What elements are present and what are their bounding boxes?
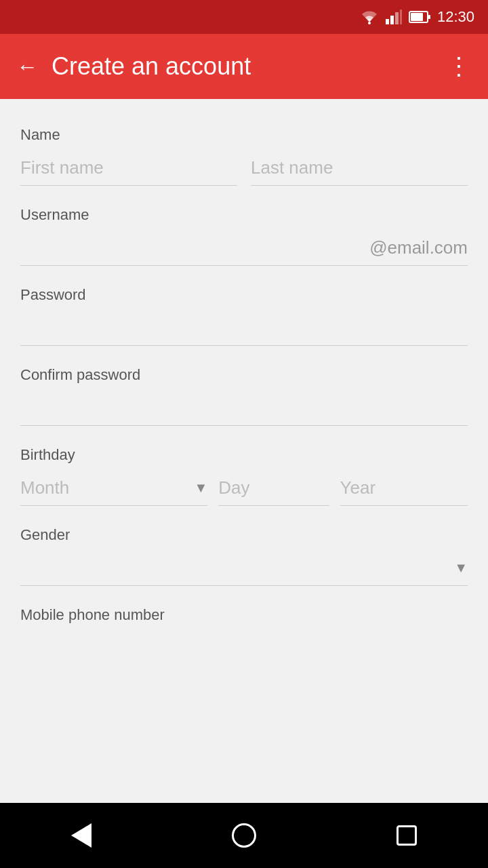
svg-rect-4 (400, 9, 402, 24)
day-select-wrapper[interactable]: Day (218, 471, 329, 506)
last-name-field (251, 151, 468, 186)
year-field: Year (340, 471, 468, 506)
more-options-button[interactable]: ⋮ (447, 52, 472, 81)
svg-rect-1 (386, 19, 389, 24)
month-dropdown-icon: ▼ (195, 480, 208, 496)
svg-point-0 (368, 22, 371, 24)
gender-dropdown-icon: ▼ (454, 560, 468, 576)
username-section: Username @email.com (20, 206, 468, 266)
nav-back-icon (71, 823, 92, 848)
confirm-password-section: Confirm password (20, 366, 468, 426)
gender-wrapper[interactable]: ▼ (20, 551, 468, 586)
status-icons: 12:30 (360, 8, 474, 26)
app-bar: ← Create an account ⋮ (0, 34, 488, 99)
month-field: Month ▼ (20, 471, 207, 506)
password-input[interactable] (20, 311, 468, 346)
nav-home-button[interactable] (217, 808, 271, 863)
month-placeholder: Month (20, 471, 195, 505)
svg-rect-3 (395, 12, 399, 24)
year-placeholder: Year (340, 471, 468, 505)
birthday-row: Month ▼ Day Year (20, 471, 468, 506)
username-label: Username (20, 206, 468, 224)
back-button[interactable]: ← (16, 54, 38, 79)
svg-rect-7 (428, 15, 430, 19)
confirm-password-label: Confirm password (20, 366, 468, 384)
page-title: Create an account (52, 52, 433, 81)
wifi-icon (360, 9, 379, 24)
nav-bar (0, 803, 488, 868)
year-select-wrapper[interactable]: Year (340, 471, 468, 506)
month-select-wrapper[interactable]: Month ▼ (20, 471, 207, 506)
signal-icon (386, 9, 402, 24)
name-row (20, 151, 468, 186)
form-content: Name Username @email.com Password Confir… (0, 99, 488, 803)
birthday-section: Birthday Month ▼ Day Year (20, 446, 468, 506)
mobile-section: Mobile phone number (20, 606, 468, 624)
first-name-field (20, 151, 237, 186)
email-suffix: @email.com (369, 231, 468, 265)
battery-icon (409, 10, 430, 24)
svg-rect-2 (390, 16, 394, 24)
name-section: Name (20, 126, 468, 186)
gender-input[interactable] (20, 557, 454, 578)
day-placeholder: Day (218, 471, 329, 505)
nav-home-icon (232, 823, 256, 848)
username-input[interactable] (20, 231, 369, 265)
confirm-password-input[interactable] (20, 391, 468, 426)
password-section: Password (20, 286, 468, 346)
gender-section: Gender ▼ (20, 526, 468, 586)
first-name-input[interactable] (20, 151, 237, 186)
nav-back-button[interactable] (54, 808, 108, 863)
gender-label: Gender (20, 526, 468, 544)
password-label: Password (20, 286, 468, 304)
status-time: 12:30 (437, 8, 474, 26)
username-wrapper: @email.com (20, 231, 468, 266)
name-label: Name (20, 126, 468, 144)
nav-recent-button[interactable] (380, 808, 434, 863)
last-name-input[interactable] (251, 151, 468, 186)
svg-rect-6 (411, 13, 423, 21)
day-field: Day (218, 471, 329, 506)
nav-recent-icon (396, 825, 417, 846)
mobile-label: Mobile phone number (20, 606, 468, 624)
status-bar: 12:30 (0, 0, 488, 34)
birthday-label: Birthday (20, 446, 468, 464)
